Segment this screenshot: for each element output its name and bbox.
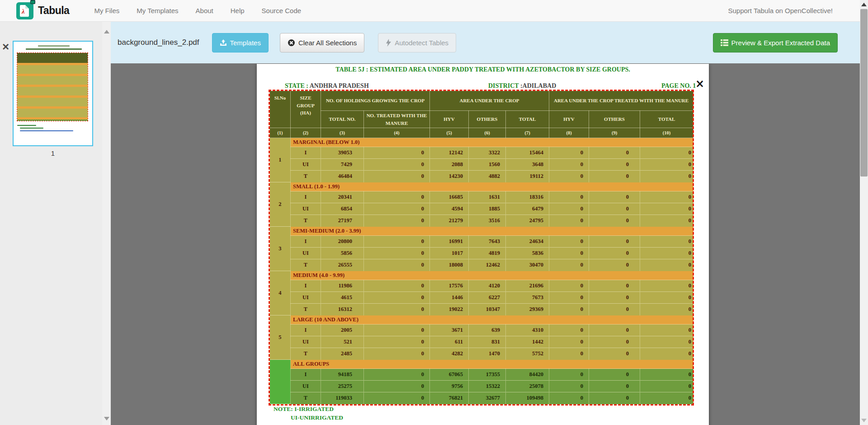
remove-page-icon[interactable]: × <box>2 42 13 53</box>
thumb-note-line <box>20 130 73 131</box>
thumb-table <box>17 53 88 121</box>
thumb-subtitle-line <box>26 48 82 50</box>
nav-source-code[interactable]: Source Code <box>253 7 310 14</box>
page-thumbnail[interactable] <box>13 41 93 146</box>
thumb-note-line <box>17 125 36 126</box>
nav-about[interactable]: About <box>187 7 222 14</box>
list-icon <box>721 39 728 46</box>
page-sidebar: × 1 <box>0 22 111 425</box>
autodetect-tables-button[interactable]: Autodetect Tables <box>378 33 456 53</box>
scroll-up-icon[interactable] <box>104 30 109 33</box>
thumbnail-page-number: 1 <box>13 149 93 157</box>
preview-export-button[interactable]: Preview & Export Extracted Data <box>713 33 838 53</box>
toolbar: background_lines_2.pdf Templates Clear A… <box>111 22 860 63</box>
nav-my-templates[interactable]: My Templates <box>128 7 187 14</box>
document-title: TABLE 5J : ESTIMATED AREA UNDER PADDY TR… <box>257 66 709 73</box>
scrollbar-down-icon[interactable] <box>861 419 867 422</box>
lock-icon <box>30 0 35 4</box>
sidebar-scrollbar[interactable] <box>102 22 111 425</box>
navbar: λ Tabula My Files My Templates About Hel… <box>0 0 868 22</box>
tabula-logo-icon: λ <box>16 2 33 19</box>
thumb-note-line <box>20 128 43 129</box>
scrollbar-up-icon[interactable] <box>861 3 867 6</box>
pdf-page[interactable]: TABLE 5J : ESTIMATED AREA UNDER PADDY TR… <box>257 64 709 425</box>
lightning-icon <box>386 39 392 47</box>
district-field: DISTRICT :ADILABAD <box>488 82 556 90</box>
workspace: TABLE 5J : ESTIMATED AREA UNDER PADDY TR… <box>111 63 860 425</box>
templates-button[interactable]: Templates <box>212 33 269 53</box>
note-line-1: NOTE: I-IRRIGATED <box>274 406 334 413</box>
clear-all-selections-button[interactable]: Clear All Selections <box>280 33 364 53</box>
brand-link[interactable]: λ Tabula <box>16 2 69 19</box>
note-line-2: UI-UNIRRIGATED <box>291 414 343 421</box>
window-scrollbar[interactable] <box>860 0 868 425</box>
brand-title: Tabula <box>38 5 69 17</box>
scrollbar-thumb[interactable] <box>860 9 868 177</box>
support-link[interactable]: Support Tabula on OpenCollective! <box>728 7 833 14</box>
nav-my-files[interactable]: My Files <box>85 7 128 14</box>
table-selection-box[interactable] <box>269 90 694 406</box>
scroll-down-icon[interactable] <box>104 417 109 420</box>
nav-help[interactable]: Help <box>222 7 253 14</box>
upload-icon <box>220 39 227 46</box>
pdf-filename: background_lines_2.pdf <box>118 38 199 47</box>
state-field: STATE : ANDHRA PRADESH <box>285 82 369 90</box>
page-no-field: PAGE NO. 1 <box>661 82 696 90</box>
main-area: background_lines_2.pdf Templates Clear A… <box>111 22 860 425</box>
nav-links: My Files My Templates About Help Source … <box>85 7 310 14</box>
thumb-title-line <box>38 45 70 47</box>
selection-close-icon[interactable]: × <box>695 79 704 88</box>
remove-circle-icon <box>288 39 295 47</box>
